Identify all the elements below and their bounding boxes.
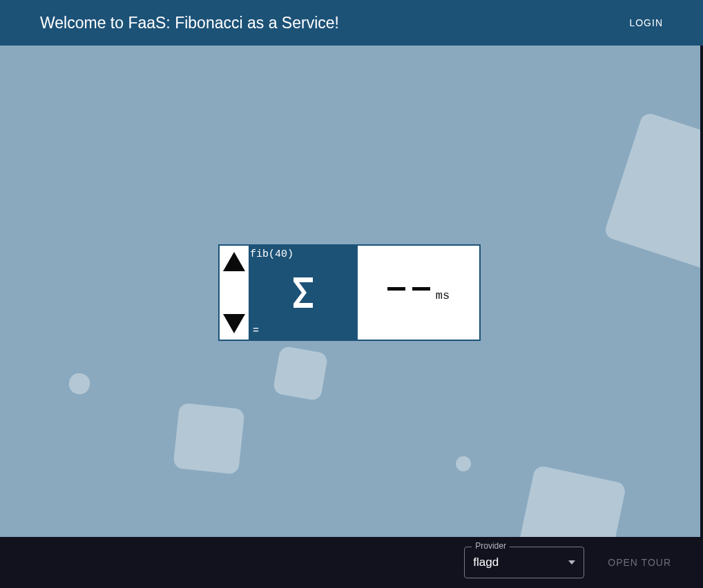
fib-expression-label: fib(40) <box>249 246 295 260</box>
decrement-button[interactable] <box>224 313 244 334</box>
decorative-square <box>67 371 92 396</box>
decorative-square <box>173 402 244 474</box>
equals-label: = <box>249 325 259 340</box>
triangle-down-icon <box>223 314 245 333</box>
value-stepper <box>220 246 249 340</box>
open-tour-button[interactable]: OPEN TOUR <box>595 547 684 578</box>
page-title: Welcome to FaaS: Fibonacci as a Service! <box>40 14 339 32</box>
main-content: fib(40) = ms <box>0 46 703 537</box>
result-display: ms <box>358 246 479 340</box>
decorative-square <box>456 456 471 471</box>
decorative-square <box>516 464 626 537</box>
ms-unit-label: ms <box>436 289 450 302</box>
result-value <box>387 287 430 291</box>
increment-button[interactable] <box>224 251 244 272</box>
footer-bar: Provider flagd OPEN TOUR <box>0 537 703 588</box>
decorative-square <box>603 111 703 276</box>
fibonacci-calculator: fib(40) = ms <box>218 244 481 341</box>
caret-down-icon <box>568 560 575 565</box>
provider-select[interactable]: Provider flagd <box>464 547 584 578</box>
sigma-icon <box>291 276 315 309</box>
provider-legend: Provider <box>472 541 510 551</box>
provider-selected-value: flagd <box>473 556 568 569</box>
login-button[interactable]: LOGIN <box>629 17 663 28</box>
decorative-square <box>272 345 328 401</box>
app-header: Welcome to FaaS: Fibonacci as a Service!… <box>0 0 703 46</box>
calculate-button[interactable] <box>249 260 358 325</box>
calculator-operation-panel: fib(40) = <box>249 246 358 340</box>
side-strip <box>700 46 703 537</box>
triangle-up-icon <box>223 252 245 271</box>
